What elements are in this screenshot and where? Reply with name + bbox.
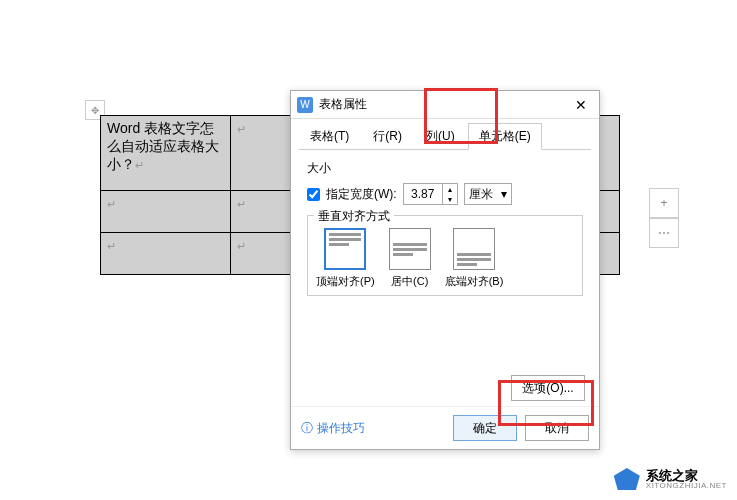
align-center-label: 居中(C) [391, 274, 428, 289]
paragraph-mark: ↵ [107, 198, 116, 210]
cancel-button[interactable]: 取消 [525, 415, 589, 441]
watermark: 系统之家 XITONGZHIJIA.NET [614, 468, 727, 490]
align-bottom-label: 底端对齐(B) [445, 274, 504, 289]
paragraph-mark: ↵ [237, 123, 246, 135]
tab-column[interactable]: 列(U) [415, 123, 466, 150]
tab-table[interactable]: 表格(T) [299, 123, 360, 150]
align-top-option[interactable]: 顶端对齐(P) [316, 228, 375, 289]
options-button[interactable]: 选项(O)... [511, 375, 585, 401]
align-top-icon [324, 228, 366, 270]
align-bottom-option[interactable]: 底端对齐(B) [445, 228, 504, 289]
tab-row[interactable]: 行(R) [362, 123, 413, 150]
side-panel-toggle: + ⋯ [649, 188, 679, 248]
vertical-align-group: 垂直对齐方式 顶端对齐(P) 居中(C) 底端对齐(B) [307, 215, 583, 296]
tab-cell[interactable]: 单元格(E) [468, 123, 542, 150]
collapse-button[interactable]: ⋯ [649, 218, 679, 248]
paragraph-mark: ↵ [135, 159, 144, 171]
paragraph-mark: ↵ [237, 198, 246, 210]
spin-up-icon[interactable]: ▴ [443, 184, 457, 194]
align-center-icon [389, 228, 431, 270]
tab-bar: 表格(T) 行(R) 列(U) 单元格(E) [299, 123, 591, 150]
tab-panel-cell: 大小 指定宽度(W): ▴ ▾ 厘米 ▾ 垂直对齐方式 顶端对齐(P) [299, 149, 591, 306]
width-input[interactable] [404, 187, 442, 201]
dialog-titlebar[interactable]: W 表格属性 ✕ [291, 91, 599, 119]
spin-down-icon[interactable]: ▾ [443, 194, 457, 204]
paragraph-mark: ↵ [237, 240, 246, 252]
size-label: 大小 [307, 160, 583, 177]
watermark-en: XITONGZHIJIA.NET [646, 482, 727, 490]
watermark-cn: 系统之家 [646, 469, 727, 482]
specify-width-checkbox[interactable] [307, 188, 320, 201]
width-unit-dropdown[interactable]: 厘米 ▾ [464, 183, 512, 205]
specify-width-label: 指定宽度(W): [326, 186, 397, 203]
dialog-title: 表格属性 [319, 96, 569, 113]
paragraph-mark: ↵ [107, 240, 116, 252]
align-center-option[interactable]: 居中(C) [389, 228, 431, 289]
align-bottom-icon [453, 228, 495, 270]
close-icon[interactable]: ✕ [569, 93, 593, 117]
chevron-down-icon: ▾ [501, 187, 507, 201]
unit-value: 厘米 [469, 186, 493, 203]
table-properties-dialog: W 表格属性 ✕ 表格(T) 行(R) 列(U) 单元格(E) 大小 指定宽度(… [290, 90, 600, 450]
dialog-footer: 操作技巧 确定 取消 [291, 406, 599, 449]
ok-button[interactable]: 确定 [453, 415, 517, 441]
app-icon: W [297, 97, 313, 113]
width-spinner[interactable]: ▴ ▾ [403, 183, 458, 205]
cell-text[interactable]: Word 表格文字怎么自动适应表格大小？ [107, 120, 219, 172]
expand-button[interactable]: + [649, 188, 679, 218]
align-top-label: 顶端对齐(P) [316, 274, 375, 289]
watermark-icon [614, 468, 640, 490]
tips-link[interactable]: 操作技巧 [301, 420, 365, 437]
valign-legend: 垂直对齐方式 [314, 208, 394, 225]
